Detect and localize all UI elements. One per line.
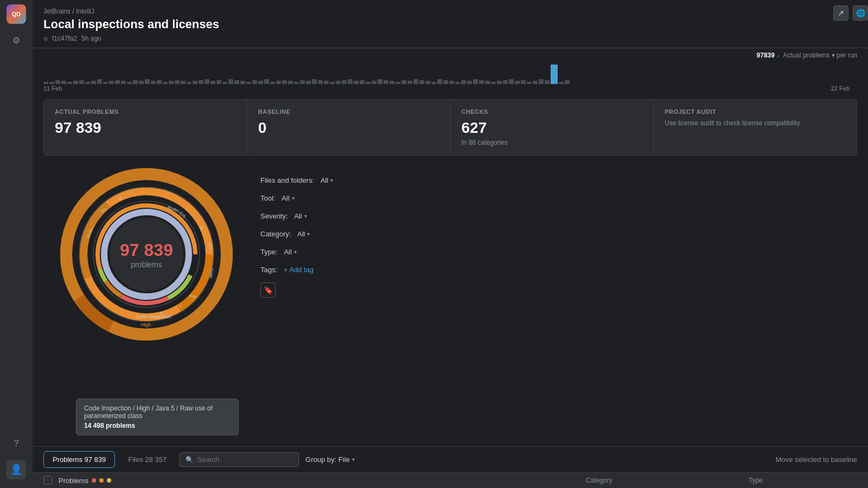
timeline-bar[interactable] <box>431 82 436 84</box>
timeline-bar[interactable] <box>300 80 305 84</box>
filter-files-folders[interactable]: Files and folders: All ▾ <box>260 173 857 188</box>
timeline-bar[interactable] <box>455 82 460 84</box>
move-to-baseline-button[interactable]: Move selected to baseline <box>776 455 857 464</box>
timeline-bar[interactable] <box>91 81 96 84</box>
timeline-bar[interactable] <box>205 79 209 84</box>
timeline-bar[interactable] <box>539 79 544 84</box>
timeline-bar[interactable] <box>288 81 293 84</box>
timeline-bar[interactable] <box>312 79 317 84</box>
timeline-bar[interactable] <box>234 80 239 84</box>
timeline-bar[interactable] <box>545 80 550 84</box>
timeline-bar[interactable] <box>437 79 442 84</box>
tab-problems[interactable]: Problems 97 839 <box>43 451 115 468</box>
group-by-selector[interactable]: Group by: File ▾ <box>305 455 355 464</box>
timeline-bar[interactable] <box>175 80 180 84</box>
timeline-bar[interactable] <box>79 80 84 84</box>
timeline-bar[interactable] <box>443 80 448 84</box>
timeline-bar[interactable] <box>127 82 132 84</box>
timeline-bar[interactable] <box>252 80 257 84</box>
timeline-bar[interactable] <box>559 82 564 84</box>
filter-tool[interactable]: Tool: All ▾ <box>260 191 857 206</box>
timeline-filter[interactable]: Actual problems ▾ per run <box>783 52 857 59</box>
timeline-bar[interactable] <box>163 82 168 84</box>
timeline-bar[interactable] <box>354 81 359 84</box>
timeline-bar[interactable] <box>551 65 558 84</box>
globe-button[interactable]: 🌐 <box>853 5 868 21</box>
timeline-bar[interactable] <box>419 80 424 84</box>
filter-type[interactable]: Type: All ▾ <box>260 245 857 259</box>
timeline-bar[interactable] <box>503 80 508 84</box>
timeline-bar[interactable] <box>139 81 144 84</box>
timeline-bar[interactable] <box>43 82 48 84</box>
timeline-bar[interactable] <box>61 81 66 84</box>
timeline-bar[interactable] <box>258 81 263 84</box>
timeline-bar[interactable] <box>330 82 335 84</box>
search-input[interactable] <box>197 455 293 464</box>
timeline-bar[interactable] <box>479 80 484 84</box>
timeline-bar[interactable] <box>485 81 490 84</box>
timeline-bar[interactable] <box>294 82 299 84</box>
timeline-bar[interactable] <box>109 81 114 84</box>
timeline-bar[interactable] <box>55 80 60 84</box>
timeline-bar[interactable] <box>515 81 520 84</box>
timeline-bar[interactable] <box>115 80 120 84</box>
timeline-bar[interactable] <box>85 82 90 84</box>
bookmark-button[interactable]: 🔖 <box>260 282 276 298</box>
timeline-bar[interactable] <box>121 81 126 84</box>
timeline-bar[interactable] <box>276 81 281 84</box>
timeline-bar[interactable] <box>461 80 466 84</box>
timeline-bar[interactable] <box>264 79 269 84</box>
timeline-bar[interactable] <box>378 79 382 84</box>
timeline-bar[interactable] <box>336 81 341 84</box>
timeline-bar[interactable] <box>342 80 347 84</box>
type-value[interactable]: All ▾ <box>284 248 296 256</box>
timeline-bar[interactable] <box>565 80 570 84</box>
timeline-bar[interactable] <box>97 79 102 84</box>
tab-files[interactable]: Files 28 357 <box>119 452 175 467</box>
timeline-bar[interactable] <box>318 80 323 84</box>
sidebar-item-help[interactable]: ? <box>7 434 26 453</box>
user-avatar[interactable]: 👤 <box>7 460 26 479</box>
timeline-bar[interactable] <box>533 81 538 84</box>
timeline-bar[interactable] <box>282 80 287 84</box>
timeline-bar[interactable] <box>187 82 192 84</box>
timeline-bar[interactable] <box>366 82 371 84</box>
timeline-bar[interactable] <box>133 80 138 84</box>
timeline-bar[interactable] <box>491 82 496 84</box>
timeline-bar[interactable] <box>222 82 227 84</box>
timeline-bar[interactable] <box>509 79 514 84</box>
timeline-bar[interactable] <box>270 82 275 84</box>
timeline-bar[interactable] <box>67 82 72 84</box>
timeline-bar[interactable] <box>199 80 203 84</box>
timeline-bar[interactable] <box>360 80 365 84</box>
timeline-bar[interactable] <box>210 81 215 84</box>
add-tag-button[interactable]: + Add tag <box>284 266 314 274</box>
files-folders-value[interactable]: All ▾ <box>321 176 333 184</box>
sidebar-item-settings[interactable]: ⚙ <box>7 30 26 50</box>
timeline-bar[interactable] <box>372 81 376 84</box>
filter-category[interactable]: Category: All ▾ <box>260 227 857 241</box>
search-box[interactable]: 🔍 <box>180 452 299 467</box>
timeline-bar[interactable] <box>73 81 78 84</box>
timeline-bar[interactable] <box>497 81 502 84</box>
timeline-bar[interactable] <box>401 80 406 84</box>
timeline-bar[interactable] <box>228 79 233 84</box>
timeline-bar[interactable] <box>181 81 186 84</box>
severity-value[interactable]: All ▾ <box>294 212 307 220</box>
timeline-bar[interactable] <box>467 81 472 84</box>
timeline-bar[interactable] <box>395 82 400 84</box>
filter-severity[interactable]: Severity: All ▾ <box>260 209 857 223</box>
tool-value[interactable]: All ▾ <box>282 194 294 202</box>
timeline-bar[interactable] <box>390 81 394 84</box>
external-link-button[interactable]: ↗ <box>833 5 848 21</box>
timeline-bar[interactable] <box>103 82 108 84</box>
timeline-bar[interactable] <box>145 79 150 84</box>
timeline-bar[interactable] <box>246 82 251 84</box>
timeline-bar[interactable] <box>413 79 418 84</box>
timeline-bar[interactable] <box>240 81 245 84</box>
timeline-bar[interactable] <box>527 82 532 84</box>
select-all-checkbox[interactable] <box>43 476 52 485</box>
timeline-bar[interactable] <box>193 81 197 84</box>
timeline-bar[interactable] <box>151 81 156 84</box>
timeline-bar[interactable] <box>49 82 54 84</box>
